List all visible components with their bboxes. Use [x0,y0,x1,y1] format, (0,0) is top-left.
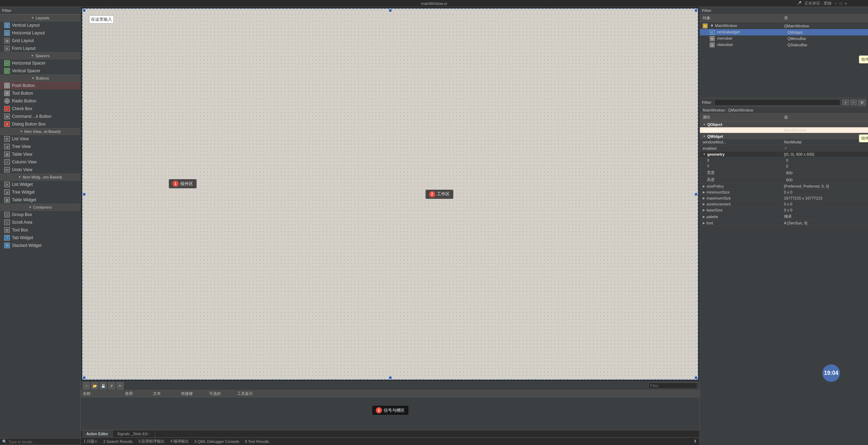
sidebar-item-undo-view[interactable]: ↩ Undo View [0,166,80,174]
col-name: 名称 [83,391,125,396]
status-item-4[interactable]: 4 编译输出 [170,439,189,444]
sidebar-item-tool-box[interactable]: ⊟ Tool Box [0,226,80,234]
badge-1-label: 组件区 [180,181,193,187]
status-item-2[interactable]: 2 Search Results [103,439,133,444]
horizontal-spacer-label: Horizontal Spacer [12,61,45,66]
sidebar-item-table-widget[interactable]: ⊞ Table Widget [0,196,80,204]
handle-bl[interactable] [83,376,86,379]
sidebar-scroll[interactable]: Layouts | Vertical Layout — Horizontal L… [0,14,80,438]
action-edit-btn[interactable]: ✏ [117,382,124,389]
prop-val-font: A [SimSun, 9] [784,221,866,225]
prop-row-enabled[interactable]: enabled ✓ [700,145,868,151]
tree-row-mainwindow[interactable]: M ▼ MainWindow QMainWindow [700,23,868,29]
action-filter-input[interactable] [648,383,697,389]
prop-row-maxsize[interactable]: maximumSize 16777215 x 16777215 [700,195,868,201]
prop-row-objectname[interactable]: objectName MainWindow [700,127,868,133]
sidebar-item-column-view[interactable]: ⫶ Column View [0,158,80,166]
close-icon[interactable]: × [845,1,847,6]
prop-row-sizepolicy[interactable]: sizePolicy [Preferred, Preferred, 0, 0] [700,183,868,189]
tab-signals-slots-label: Signals _Slots Ed··· [117,432,150,436]
sidebar-item-list-view[interactable]: ≡ List View [0,135,80,143]
list-widget-label: List Widget [12,182,33,187]
action-new-btn[interactable]: + [83,382,90,389]
status-item-8[interactable]: 8 Test Results [245,439,269,444]
sidebar-item-vertical-layout[interactable]: | Vertical Layout [0,21,80,29]
col-shortcut: 快捷键 [181,391,209,396]
prop-row-y[interactable]: Y 0 [700,163,868,169]
sidebar-item-push-button[interactable]: □ Push Button [0,82,80,89]
sidebar-item-group-box[interactable]: □ Group Box [0,211,80,218]
design-input[interactable]: 在这里输入 [89,15,114,23]
sidebar-item-tree-widget[interactable]: ⊿ Tree Widget [0,188,80,196]
prop-remove-btn[interactable]: − [850,100,857,105]
sidebar-item-scroll-area[interactable]: ↕ Scroll Area [0,218,80,226]
section-buttons: Buttons [0,75,80,82]
command-link-icon: ≫ [4,114,10,119]
section-spacers: Spacers [0,52,80,59]
tree-row-centralwidget[interactable]: C centralwidget QWidget [700,29,868,35]
handle-mr[interactable] [695,193,697,196]
handle-tl[interactable] [83,9,86,12]
sidebar-item-dialog-button[interactable]: ✗ Dialog Button Box [0,120,80,128]
left-sidebar: Filter Layouts | Vertical Layout — Horiz… [0,7,81,445]
sidebar-item-tool-button[interactable]: ⚙ Tool Button [0,89,80,97]
sidebar-item-command-link[interactable]: ≫ Command ...k Button [0,113,80,120]
tree-row-statusbar[interactable]: S statusbar QStatusBar [700,42,868,48]
design-area[interactable]: 在这里输入 1 组件区 2 工作区 [82,8,698,380]
signal-area-tooltip: 3 信号与槽区 [372,406,408,415]
prop-row-minsize[interactable]: minimumSize 0 x 0 [700,189,868,195]
prop-key-sizepolicy: sizePolicy [703,184,784,188]
action-save-btn[interactable]: 💾 [100,382,107,389]
handle-br[interactable] [695,376,697,379]
prop-row-height[interactable]: 高度 600 [700,176,868,183]
sidebar-item-list-widget[interactable]: ≡ List Widget [0,181,80,188]
prop-row-basesize[interactable]: baseSize 0 x 0 [700,207,868,213]
sidebar-item-table-view[interactable]: ⊞ Table View [0,150,80,158]
undo-view-label: Undo View [12,167,32,172]
status-arrow: ⬆ [694,439,697,444]
tab-signals-slots[interactable]: Signals _Slots Ed··· [113,430,155,437]
handle-ml[interactable] [83,193,86,196]
prop-row-sizeincrement[interactable]: sizeIncrement 0 x 0 [700,201,868,207]
action-delete-btn[interactable]: ✗ [108,382,115,389]
component-area-tooltip: 1 组件区 [169,179,197,188]
prop-settings-btn[interactable]: ⚙ [858,100,866,106]
sidebar-item-vertical-spacer[interactable]: ↕ Vertical Spacer [0,67,80,75]
prop-row-width[interactable]: 宽度 800 [700,169,868,176]
sidebar-item-tree-view[interactable]: ⊿ Tree View [0,143,80,150]
prop-section-qwidget[interactable]: QWidget [700,133,868,139]
tab-action-editor[interactable]: Action Editor [82,430,113,437]
prop-add-btn[interactable]: + [842,100,849,105]
col-class: 类 [784,15,866,21]
handle-bc[interactable] [389,376,392,379]
sidebar-item-radio-button[interactable]: ○ Radio Button [0,97,80,105]
sidebar-item-form-layout[interactable]: ≡ Form Layout [0,45,80,52]
handle-tr[interactable] [695,9,697,12]
sidebar-item-check-box[interactable]: ✓ Check Box [0,105,80,113]
object-tree[interactable]: M ▼ MainWindow QMainWindow C centralwidg… [700,22,868,98]
work-area-tooltip: 2 工作区 [425,190,453,199]
prop-row-font[interactable]: font A [SimSun, 9] [700,220,868,226]
prop-section-qobject[interactable]: QObject [700,121,868,127]
maximize-icon[interactable]: □ [840,1,842,6]
prop-row-palette[interactable]: palette 继承 [700,213,868,220]
list-view-label: List View [12,136,29,141]
tree-row-menubar[interactable]: M menubar QMenuBar [700,35,868,42]
sidebar-item-tab-widget[interactable]: ⊤ Tab Widget [0,234,80,242]
locate-input[interactable] [8,440,78,444]
handle-tc[interactable] [389,9,392,12]
sidebar-item-horizontal-layout[interactable]: — Horizontal Layout [0,29,80,37]
status-item-3[interactable]: 3 应用程序输出 [138,439,165,444]
prop-filter-input[interactable] [714,99,840,106]
sidebar-item-stacked-widget[interactable]: ⧉ Stacked Widget [0,242,80,249]
prop-row-windowmod[interactable]: windowMod... NonModal [700,139,868,145]
action-open-btn[interactable]: 📂 [91,382,98,389]
sidebar-item-horizontal-spacer[interactable]: ↔ Horizontal Spacer [0,59,80,67]
status-item-5[interactable]: 5 QML Debugger Console [194,439,239,444]
minimize-icon[interactable]: − [834,1,836,6]
prop-row-geometry[interactable]: geometry [(0, 0), 800 x 600] [700,151,868,157]
prop-row-x[interactable]: X 0 [700,157,868,163]
status-item-1[interactable]: 1 问题⊙ [84,439,98,444]
sidebar-item-grid-layout[interactable]: ⊞ Grid Layout [0,37,80,45]
prop-list[interactable]: QObject objectName MainWindow QWidget wi… [700,121,868,445]
